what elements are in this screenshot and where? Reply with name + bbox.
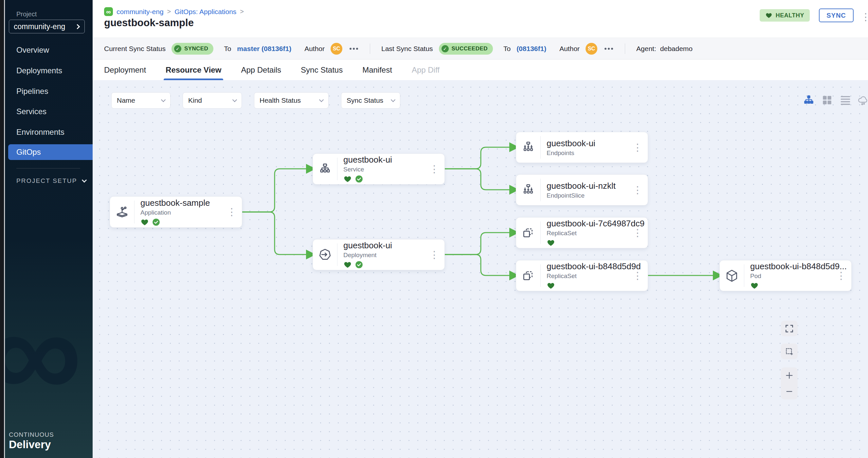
pod-icon: [720, 269, 744, 283]
sidebar-item-label: Environments: [17, 128, 64, 137]
node-kind: ReplicaSet: [547, 230, 645, 237]
node-title: guestbook-sample: [141, 198, 210, 208]
zoom-controls: [781, 367, 798, 399]
author-label: Author: [304, 45, 325, 53]
breadcrumb-separator: >: [240, 8, 244, 15]
gitops-logo-icon: ∞: [104, 7, 113, 16]
healthy-heart-icon: [750, 281, 759, 290]
breadcrumb-applications-link[interactable]: GitOps: Applications: [175, 8, 236, 16]
healthy-heart-icon: [343, 175, 352, 183]
tab-sync-status[interactable]: Sync Status: [301, 60, 343, 80]
sync-status-bar: Current Sync Status ✓ SYNCED To master (…: [93, 38, 868, 60]
node-badges: [343, 260, 392, 269]
breadcrumb-separator: >: [167, 8, 171, 15]
node-kind: Application: [141, 209, 210, 216]
more-options-icon[interactable]: [349, 48, 351, 50]
node-kebab-menu-icon[interactable]: ⋮: [633, 143, 643, 153]
sidebar-item-environments[interactable]: Environments: [5, 124, 93, 140]
chevron-down-icon: [391, 97, 395, 102]
tree-view-icon[interactable]: [802, 94, 815, 107]
resource-graph-canvas[interactable]: Name Kind Health Status Sync Status: [93, 80, 868, 458]
node-title: guestbook-ui-b848d5d9...: [750, 261, 847, 271]
node-badges: [141, 218, 210, 226]
project-selector-value: community-eng: [14, 22, 65, 31]
succeeded-badge: ✓ SUCCEEDED: [439, 43, 493, 55]
healthy-heart-icon: [547, 281, 555, 290]
node-title: guestbook-ui: [343, 240, 392, 251]
project-setup-label: PROJECT SETUP: [17, 177, 77, 185]
filter-name-dropdown[interactable]: Name: [111, 92, 170, 109]
filter-kind-dropdown[interactable]: Kind: [183, 92, 242, 109]
project-setup-toggle[interactable]: PROJECT SETUP: [17, 177, 86, 185]
zoom-out-button[interactable]: [781, 384, 798, 399]
node-pod[interactable]: guestbook-ui-b848d5d9... Pod ⋮: [719, 260, 851, 291]
replicaset-icon: [516, 226, 540, 240]
node-kebab-menu-icon[interactable]: ⋮: [429, 164, 439, 174]
project-label: Project: [17, 10, 37, 18]
module-eyebrow: CONTINUOUS: [9, 431, 54, 438]
cloud-view-icon[interactable]: [857, 94, 868, 107]
check-circle-icon: ✓: [174, 45, 181, 52]
status-divider: [625, 43, 625, 54]
node-service[interactable]: guestbook-ui Service ⋮: [313, 154, 445, 185]
page-title: guestbook-sample: [104, 17, 194, 29]
breadcrumb-project-link[interactable]: community-eng: [117, 8, 164, 16]
node-endpointslice[interactable]: guestbook-ui-nzklt EndpointSlice ⋮: [516, 174, 648, 205]
node-replicaset-2[interactable]: guestbook-ui-b848d5d9d ReplicaSet ⋮: [516, 260, 648, 291]
sidebar-item-overview[interactable]: Overview: [5, 42, 93, 58]
node-endpoints[interactable]: guestbook-ui Endpoints ⋮: [516, 132, 648, 163]
sidebar-item-label: Services: [17, 107, 46, 116]
node-application[interactable]: guestbook-sample Application ⋮: [110, 196, 242, 228]
succeeded-badge-label: SUCCEEDED: [452, 45, 488, 52]
synced-check-icon: [355, 175, 363, 183]
more-options-icon[interactable]: [604, 48, 607, 50]
grid-view-icon[interactable]: [820, 94, 834, 107]
header-kebab-menu-icon[interactable]: ⋮: [861, 11, 868, 23]
chevron-right-icon: [75, 24, 80, 29]
last-sync-target-link[interactable]: (08136f1): [517, 45, 546, 53]
sidebar-item-pipelines[interactable]: Pipelines: [5, 84, 93, 99]
node-kebab-menu-icon[interactable]: ⋮: [227, 207, 237, 217]
author-avatar[interactable]: SC: [586, 43, 597, 55]
sidebar-item-services[interactable]: Services: [5, 104, 93, 120]
tab-resource-view[interactable]: Resource View: [165, 60, 221, 80]
tab-deployment[interactable]: Deployment: [104, 60, 146, 80]
current-sync-target-link[interactable]: master (08136f1): [237, 45, 291, 53]
node-replicaset-1[interactable]: guestbook-ui-7c64987dc9 ReplicaSet ⋮: [516, 217, 648, 248]
node-badges: [547, 281, 641, 290]
list-view-icon[interactable]: [839, 94, 852, 107]
filter-sync-status-dropdown[interactable]: Sync Status: [341, 92, 400, 109]
replicaset-icon: [516, 269, 540, 283]
node-kebab-menu-icon[interactable]: ⋮: [633, 271, 643, 281]
window-edge-strip: [0, 0, 4, 458]
tab-app-diff: App Diff: [412, 60, 440, 80]
node-kebab-menu-icon[interactable]: ⋮: [633, 185, 643, 195]
node-kebab-menu-icon[interactable]: ⋮: [836, 271, 846, 281]
sidebar-item-label: Pipelines: [17, 87, 48, 96]
node-title: guestbook-ui: [343, 155, 392, 165]
chevron-down-icon: [161, 97, 165, 102]
author-avatar[interactable]: SC: [331, 43, 342, 55]
current-sync-status-label: Current Sync Status: [104, 45, 165, 53]
sidebar-item-deployments[interactable]: Deployments: [5, 63, 93, 78]
heart-icon: [765, 12, 772, 19]
status-divider: [370, 43, 370, 54]
sync-button[interactable]: SYNC: [819, 8, 854, 22]
filter-label: Name: [117, 97, 135, 104]
tab-manifest[interactable]: Manifest: [362, 60, 392, 80]
project-selector[interactable]: community-eng: [9, 20, 85, 33]
tab-app-details[interactable]: App Details: [241, 60, 281, 80]
fullscreen-button[interactable]: [781, 321, 798, 336]
endpointslice-icon: [516, 183, 540, 197]
marquee-select-button[interactable]: [781, 344, 798, 359]
node-kebab-menu-icon[interactable]: ⋮: [633, 228, 643, 238]
node-badges: [547, 238, 645, 247]
node-deployment[interactable]: guestbook-ui Deployment ⋮: [313, 239, 445, 270]
node-kebab-menu-icon[interactable]: ⋮: [429, 250, 439, 260]
zoom-in-button[interactable]: [781, 367, 798, 384]
synced-check-icon: [152, 218, 160, 226]
tab-bar: Deployment Resource View App Details Syn…: [93, 60, 868, 80]
filter-health-status-dropdown[interactable]: Health Status: [254, 92, 329, 109]
sidebar-item-gitops[interactable]: GitOps: [8, 144, 93, 160]
breadcrumb: ∞ community-eng > GitOps: Applications >: [104, 7, 244, 16]
